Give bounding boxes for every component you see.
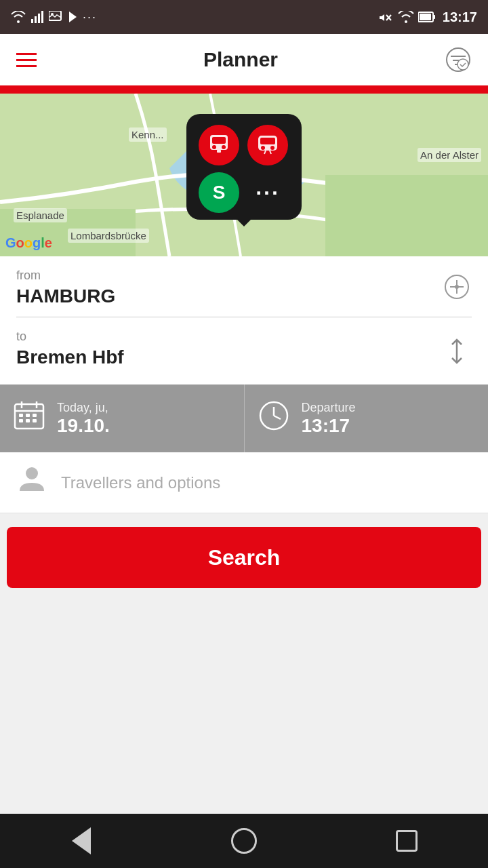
svg-rect-10 <box>433 15 435 19</box>
status-icons-left: ··· <box>11 10 97 24</box>
date-label: Today, ju, <box>57 401 110 415</box>
from-field[interactable]: from HAMBURG <box>16 256 472 317</box>
svg-rect-20 <box>325 175 488 256</box>
svg-rect-11 <box>420 14 431 20</box>
bottom-spacer <box>0 601 488 656</box>
train-icon <box>207 134 230 157</box>
travellers-row[interactable]: Travellers and options <box>0 452 488 513</box>
time-cell[interactable]: Departure 13:17 <box>244 384 489 452</box>
date-value: 19.10. <box>57 415 110 437</box>
svg-rect-35 <box>19 414 23 417</box>
svg-rect-0 <box>31 19 33 23</box>
map-label-alster: An der Alster <box>418 148 481 162</box>
swap-icon <box>445 339 469 363</box>
gallery-icon <box>49 11 62 23</box>
crosshair-icon <box>445 275 469 299</box>
svg-rect-40 <box>33 419 37 422</box>
swap-button[interactable] <box>442 336 472 366</box>
map-area[interactable]: S ··· Esplanade Lombardsbrücke An der Al… <box>0 94 488 256</box>
status-icons-right: 13:17 <box>379 9 477 25</box>
location-button[interactable] <box>442 272 472 302</box>
recent-button[interactable] <box>386 821 427 861</box>
sbahn-badge: S <box>199 172 239 213</box>
filter-button[interactable] <box>445 46 472 73</box>
svg-rect-36 <box>26 414 30 417</box>
date-text: Today, ju, 19.10. <box>57 401 110 437</box>
datetime-row[interactable]: Today, ju, 19.10. Departure 13:17 <box>0 384 488 452</box>
time-text: Departure 13:17 <box>302 401 356 437</box>
calendar-icon <box>14 400 45 437</box>
accent-line <box>0 88 488 94</box>
subway-badge <box>247 125 288 165</box>
menu-button[interactable] <box>16 53 37 67</box>
wifi2-icon <box>398 11 414 23</box>
travellers-icon <box>16 464 47 501</box>
more-dots: ··· <box>83 10 97 24</box>
svg-rect-3 <box>41 11 43 23</box>
page-title: Planner <box>203 48 278 71</box>
time-value: 13:17 <box>302 415 356 437</box>
more-transit-badge: ··· <box>247 172 288 213</box>
from-value: HAMBURG <box>16 285 431 313</box>
map-label-lombards: Lombardsbrücke <box>68 229 149 243</box>
svg-rect-38 <box>19 419 23 422</box>
status-bar: ··· 13:17 <box>0 0 488 34</box>
clock-icon <box>258 400 289 437</box>
filter-icon-svg <box>445 47 471 73</box>
svg-rect-27 <box>260 138 275 144</box>
back-icon <box>72 827 91 854</box>
to-value: Bremen Hbf <box>16 347 431 374</box>
back-button[interactable] <box>61 821 102 861</box>
recent-icon <box>396 830 418 852</box>
travellers-label: Travellers and options <box>61 473 220 492</box>
svg-line-43 <box>274 416 281 419</box>
app-header: Planner <box>0 34 488 88</box>
svg-point-23 <box>212 145 216 149</box>
status-time: 13:17 <box>443 9 477 25</box>
home-icon <box>231 828 257 854</box>
transit-popup[interactable]: S ··· <box>186 114 302 220</box>
svg-rect-1 <box>35 16 37 23</box>
battery-icon <box>418 11 436 23</box>
date-cell[interactable]: Today, ju, 19.10. <box>0 384 244 452</box>
to-label: to <box>16 330 431 344</box>
bottom-nav <box>0 814 488 868</box>
home-button[interactable] <box>224 821 264 861</box>
svg-point-29 <box>270 146 274 150</box>
wifi-icon <box>11 11 26 23</box>
svg-rect-39 <box>26 419 30 422</box>
svg-point-24 <box>222 145 226 149</box>
from-label: from <box>16 269 431 283</box>
svg-rect-25 <box>217 150 221 153</box>
map-label-esplanade: Esplanade <box>14 208 67 222</box>
svg-point-16 <box>458 59 468 70</box>
form-area: from HAMBURG to Bremen Hbf <box>0 256 488 384</box>
to-field[interactable]: to Bremen Hbf <box>16 317 472 384</box>
svg-point-44 <box>26 467 38 479</box>
mute-icon <box>379 11 394 23</box>
search-button[interactable]: Search <box>7 527 481 588</box>
svg-rect-2 <box>38 14 40 23</box>
svg-rect-22 <box>212 137 226 144</box>
google-logo: Google <box>5 235 52 251</box>
svg-marker-6 <box>69 12 77 22</box>
play-icon <box>68 11 77 23</box>
svg-point-28 <box>261 146 265 150</box>
map-label-kenn: Kenn... <box>129 127 167 142</box>
time-label: Departure <box>302 401 356 415</box>
subway-icon <box>256 134 279 157</box>
svg-rect-37 <box>33 414 37 417</box>
train-badge <box>199 125 239 165</box>
signal-icon <box>31 11 43 23</box>
